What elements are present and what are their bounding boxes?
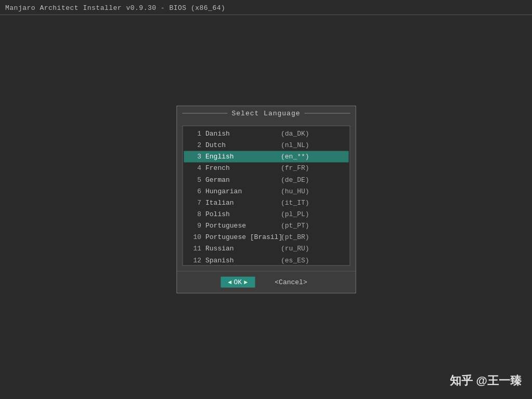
dialog-footer: ◄ OK ► <Cancel> <box>177 271 355 293</box>
language-list[interactable]: 1Danish(da_DK)2Dutch(nl_NL)3English(en_*… <box>182 126 350 266</box>
ok-arrow-right: ► <box>244 278 248 286</box>
list-item[interactable]: 4French(fr_FR) <box>184 163 348 174</box>
list-item[interactable]: 6Hungarian(hu_HU) <box>184 185 348 197</box>
lang-code: (ru_RU) <box>281 244 309 254</box>
lang-name: French <box>205 163 281 174</box>
lang-num: 9 <box>187 221 201 231</box>
lang-num: 3 <box>187 152 201 162</box>
dialog-title: Select Language <box>227 110 304 117</box>
list-item[interactable]: 11Russian(ru_RU) <box>184 243 348 255</box>
lang-name: German <box>205 175 281 185</box>
lang-code: (de_DE) <box>281 175 309 185</box>
title-line-right <box>305 113 350 114</box>
lang-code: (es_ES) <box>281 255 309 265</box>
ok-label: OK <box>233 278 242 286</box>
lang-code: (hu_HU) <box>281 186 309 196</box>
lang-name: Italian <box>205 197 281 208</box>
lang-name: Hungarian <box>205 186 281 196</box>
dialog-container: Select Language 1Danish(da_DK)2Dutch(nl_… <box>176 106 356 294</box>
ok-button[interactable]: ◄ OK ► <box>220 277 255 288</box>
list-item[interactable]: 12Spanish(es_ES) <box>184 255 348 265</box>
list-item[interactable]: 10Portuguese [Brasil](pt_BR) <box>184 232 348 243</box>
list-item[interactable]: 2Dutch(nl_NL) <box>184 140 348 151</box>
title-text: Manjaro Architect Installer v0.9.30 - BI… <box>5 4 225 12</box>
list-item[interactable]: 8Polish(pl_PL) <box>184 208 348 220</box>
dialog-body: 1Danish(da_DK)2Dutch(nl_NL)3English(en_*… <box>177 121 355 271</box>
list-item[interactable]: 7Italian(it_IT) <box>184 197 348 208</box>
lang-code: (en_**) <box>281 152 309 162</box>
lang-num: 8 <box>187 209 201 219</box>
watermark: 知乎 @王一臻 <box>450 373 522 389</box>
ok-arrow-left: ◄ <box>228 278 231 286</box>
lang-name: Polish <box>205 209 281 219</box>
lang-name: Spanish <box>205 255 281 265</box>
lang-num: 5 <box>187 175 201 185</box>
lang-code: (pt_BR) <box>281 232 309 243</box>
lang-code: (nl_NL) <box>281 140 309 151</box>
lang-code: (fr_FR) <box>281 163 309 174</box>
title-divider <box>0 15 532 15</box>
title-bar: Manjaro Architect Installer v0.9.30 - BI… <box>5 4 225 12</box>
lang-num: 1 <box>187 129 201 139</box>
lang-name: Danish <box>205 129 281 139</box>
cancel-button[interactable]: <Cancel> <box>270 277 311 288</box>
lang-name: Dutch <box>205 140 281 151</box>
list-item[interactable]: 1Danish(da_DK) <box>184 128 348 140</box>
cancel-label: <Cancel> <box>275 278 307 286</box>
lang-num: 6 <box>187 186 201 196</box>
lang-code: (pt_PT) <box>281 221 309 231</box>
list-item[interactable]: 5German(de_DE) <box>184 174 348 185</box>
title-line-left <box>182 113 227 114</box>
lang-num: 7 <box>187 197 201 208</box>
lang-num: 4 <box>187 163 201 174</box>
lang-num: 11 <box>187 244 201 254</box>
lang-num: 12 <box>187 255 201 265</box>
lang-code: (it_IT) <box>281 197 309 208</box>
dialog-title-bar: Select Language <box>177 107 355 121</box>
list-item[interactable]: 3English(en_**) <box>184 151 348 163</box>
language-dialog: Select Language 1Danish(da_DK)2Dutch(nl_… <box>176 106 356 294</box>
lang-num: 10 <box>187 232 201 243</box>
lang-name: English <box>205 152 281 162</box>
lang-name: Russian <box>205 244 281 254</box>
lang-num: 2 <box>187 140 201 151</box>
lang-name: Portuguese <box>205 221 281 231</box>
list-item[interactable]: 9Portuguese(pt_PT) <box>184 220 348 232</box>
lang-code: (pl_PL) <box>281 209 309 219</box>
lang-code: (da_DK) <box>281 129 309 139</box>
lang-name: Portuguese [Brasil] <box>205 232 281 243</box>
